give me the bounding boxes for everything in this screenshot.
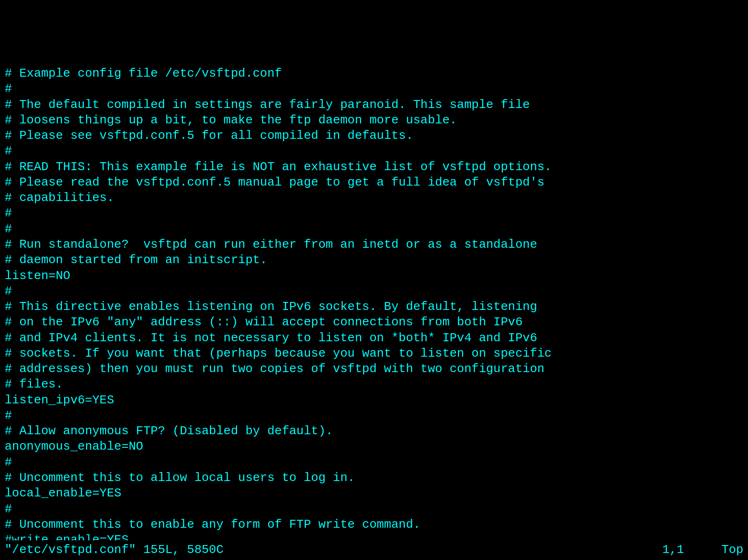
status-filename: "/etc/vsftpd.conf" 155L, 5850C xyxy=(5,542,662,558)
status-scroll: Top xyxy=(721,542,743,558)
line-11: # xyxy=(5,222,743,237)
line-1: # Example config file /etc/vsftpd.conf xyxy=(5,66,743,81)
line-29: # xyxy=(5,502,743,517)
line-21: # files. xyxy=(5,377,743,392)
line-10: # xyxy=(5,206,743,221)
line-18: # and IPv4 clients. It is not necessary … xyxy=(5,330,743,346)
line-15: # xyxy=(5,284,743,299)
line-9: # capabilities. xyxy=(5,190,743,206)
line-13: # daemon started from an initscript. xyxy=(5,252,743,268)
line-8: # Please read the vsftpd.conf.5 manual p… xyxy=(5,175,743,190)
line-27: # Uncomment this to allow local users to… xyxy=(5,470,743,486)
line-28: local_enable=YES xyxy=(5,486,743,501)
line-26: # xyxy=(5,455,743,470)
content-area: # Example config file /etc/vsftpd.conf##… xyxy=(5,35,743,560)
line-17: # on the IPv6 "any" address (::) will ac… xyxy=(5,315,743,330)
line-23: # xyxy=(5,408,743,424)
line-20: # addresses) then you must run two copie… xyxy=(5,361,743,377)
status-bar: "/etc/vsftpd.conf" 155L, 5850C 1,1 Top xyxy=(0,540,748,560)
line-30: # Uncomment this to enable any form of F… xyxy=(5,517,743,532)
line-22: listen_ipv6=YES xyxy=(5,393,743,408)
line-6: # xyxy=(5,144,743,159)
status-position: 1,1 xyxy=(662,542,684,558)
terminal[interactable]: # Example config file /etc/vsftpd.conf##… xyxy=(0,0,748,560)
line-7: # READ THIS: This example file is NOT an… xyxy=(5,159,743,175)
line-4: # loosens things up a bit, to make the f… xyxy=(5,113,743,128)
line-25: anonymous_enable=NO xyxy=(5,439,743,454)
line-5: # Please see vsftpd.conf.5 for all compi… xyxy=(5,128,743,144)
line-12: # Run standalone? vsftpd can run either … xyxy=(5,237,743,252)
line-14: listen=NO xyxy=(5,268,743,284)
line-3: # The default compiled in settings are f… xyxy=(5,97,743,113)
line-24: # Allow anonymous FTP? (Disabled by defa… xyxy=(5,424,743,439)
status-position-group: 1,1 Top xyxy=(662,542,743,558)
line-16: # This directive enables listening on IP… xyxy=(5,299,743,315)
line-2: # xyxy=(5,81,743,97)
line-19: # sockets. If you want that (perhaps bec… xyxy=(5,346,743,361)
